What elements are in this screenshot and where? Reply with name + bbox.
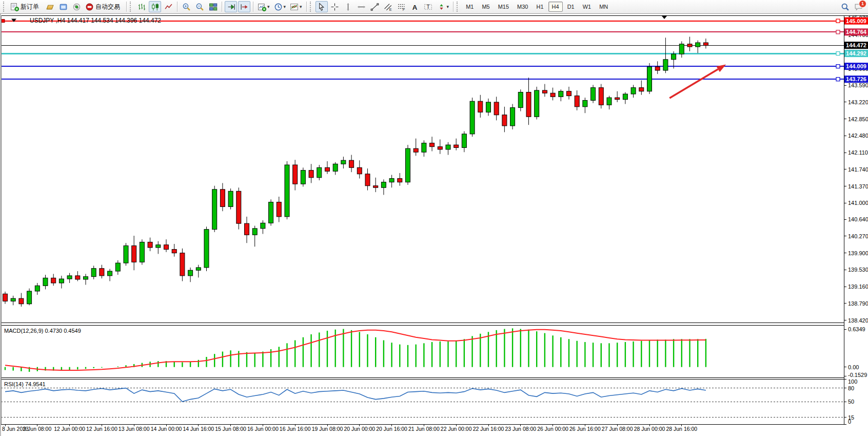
text-label-button[interactable]: T <box>422 1 435 12</box>
svg-text:139.530: 139.530 <box>848 267 868 273</box>
candle-body <box>75 276 80 279</box>
candle-body <box>204 230 209 268</box>
tf-m5-button[interactable]: M5 <box>478 2 493 12</box>
dropdown-caret-icon: ▾ <box>267 4 270 9</box>
svg-text:F: F <box>403 7 405 11</box>
svg-text:9 Jun 08:00: 9 Jun 08:00 <box>23 426 51 432</box>
tf-h4-button[interactable]: H4 <box>548 2 563 12</box>
tf-w1-button[interactable]: W1 <box>579 2 595 12</box>
equidistant-channel-button[interactable]: E <box>382 1 394 12</box>
auto-scroll-button[interactable] <box>225 1 237 12</box>
vertical-line-button[interactable] <box>342 1 354 12</box>
candle-body <box>526 92 531 117</box>
hline-handle[interactable] <box>836 19 840 23</box>
candle-body <box>687 44 692 47</box>
arrow-objects-button[interactable]: ▾ <box>436 1 451 12</box>
autotrading-button[interactable]: 自动交易 <box>84 1 124 12</box>
period-presets-button[interactable]: ▾ <box>272 1 288 12</box>
candle-body <box>615 98 620 100</box>
tf-h1-button[interactable]: H1 <box>533 2 547 12</box>
candle-body <box>3 294 8 301</box>
tf-mn-button[interactable]: MN <box>596 2 611 12</box>
hline-handle[interactable] <box>836 65 840 68</box>
hline-handle[interactable] <box>2 20 5 23</box>
toolbar-separator <box>222 2 222 12</box>
hline-handle[interactable] <box>836 52 840 55</box>
tf-d1-button[interactable]: D1 <box>564 2 578 12</box>
chart-canvas[interactable]: 145.070144.700144.330143.960143.590143.2… <box>0 14 868 436</box>
tf-m30-button[interactable]: M30 <box>514 2 531 12</box>
candle-body <box>228 191 233 206</box>
channel-icon: E <box>384 3 392 11</box>
signals-button[interactable] <box>70 1 83 12</box>
candle-body <box>679 44 684 54</box>
candle-body <box>196 268 201 270</box>
crosshair-button[interactable] <box>329 1 341 12</box>
search-button[interactable] <box>839 1 851 12</box>
toolbar-grip[interactable] <box>457 2 460 12</box>
toolbar-separator <box>253 2 253 12</box>
svg-text:142.850: 142.850 <box>848 116 868 122</box>
candle-body <box>389 179 394 182</box>
toolbar-grip[interactable] <box>3 2 6 12</box>
zoom-in-button[interactable] <box>180 1 192 12</box>
line-chart-button[interactable] <box>162 1 174 12</box>
svg-text:27 Jun 08:00: 27 Jun 08:00 <box>602 426 633 432</box>
market-watch-button[interactable] <box>57 1 69 12</box>
svg-text:144.292: 144.292 <box>846 50 866 56</box>
candle-body <box>100 269 104 276</box>
tf-m1-button[interactable]: M1 <box>462 2 477 12</box>
candle-body <box>559 91 563 97</box>
tile-windows-button[interactable] <box>207 1 219 12</box>
new-chart-button[interactable]: ▾ <box>256 1 271 12</box>
svg-text:15 Jun 08:00: 15 Jun 08:00 <box>215 426 246 432</box>
svg-text:143.726: 143.726 <box>846 76 866 82</box>
signals-icon <box>72 3 81 11</box>
candle-body <box>696 43 700 47</box>
candle-body <box>486 102 491 112</box>
new-order-button[interactable]: 新订单 <box>9 1 43 12</box>
trendline-button[interactable] <box>369 1 381 12</box>
candle-body <box>494 102 499 115</box>
svg-text:A: A <box>412 3 418 11</box>
chart-shift-button[interactable] <box>238 1 250 12</box>
svg-text:100: 100 <box>848 378 857 385</box>
vline-icon <box>344 3 352 11</box>
tf-m15-button[interactable]: M15 <box>495 2 512 12</box>
candle-body <box>277 202 281 217</box>
svg-text:138.420: 138.420 <box>848 317 868 324</box>
notifications-button[interactable]: 1 <box>852 1 864 12</box>
candle-body <box>454 145 459 147</box>
horizontal-line-button[interactable] <box>356 1 368 12</box>
candlestick-chart-button[interactable] <box>149 1 161 12</box>
candle-body <box>373 186 378 188</box>
indicators-list-button[interactable]: ▾ <box>288 1 304 12</box>
svg-text:142.480: 142.480 <box>848 132 868 139</box>
zoom-out-button[interactable] <box>193 1 206 12</box>
svg-text:14 Jun 00:00: 14 Jun 00:00 <box>151 426 182 432</box>
auto-scroll-icon <box>227 3 235 11</box>
candle-body <box>462 134 466 148</box>
toolbar-grip[interactable] <box>310 2 313 12</box>
fibonacci-button[interactable]: F <box>396 1 408 12</box>
svg-text:23 Jun 08:00: 23 Jun 08:00 <box>505 426 536 432</box>
candle-body <box>156 245 161 248</box>
new-order-icon <box>10 3 19 11</box>
svg-text:16 Jun 16:00: 16 Jun 16:00 <box>280 426 311 432</box>
hline-handle[interactable] <box>836 78 840 81</box>
text-button[interactable]: A <box>409 1 421 12</box>
candle-body <box>91 269 96 277</box>
toolbar-grip[interactable] <box>130 2 133 12</box>
cursor-button[interactable] <box>315 1 328 12</box>
candle-body <box>438 147 442 149</box>
autotrading-label: 自动交易 <box>95 3 120 11</box>
candle-body <box>132 246 136 262</box>
bar-chart-button[interactable] <box>135 1 148 12</box>
candle-body <box>180 253 185 276</box>
profiles-button[interactable] <box>44 1 56 12</box>
notification-badge: 1 <box>859 0 866 8</box>
time-axis[interactable]: 8 Jun 20239 Jun 08:0012 Jun 00:0012 Jun … <box>2 424 697 432</box>
hline-handle[interactable] <box>836 30 840 34</box>
svg-text:21 Jun 08:00: 21 Jun 08:00 <box>408 426 440 432</box>
svg-text:142.110: 142.110 <box>848 149 868 156</box>
